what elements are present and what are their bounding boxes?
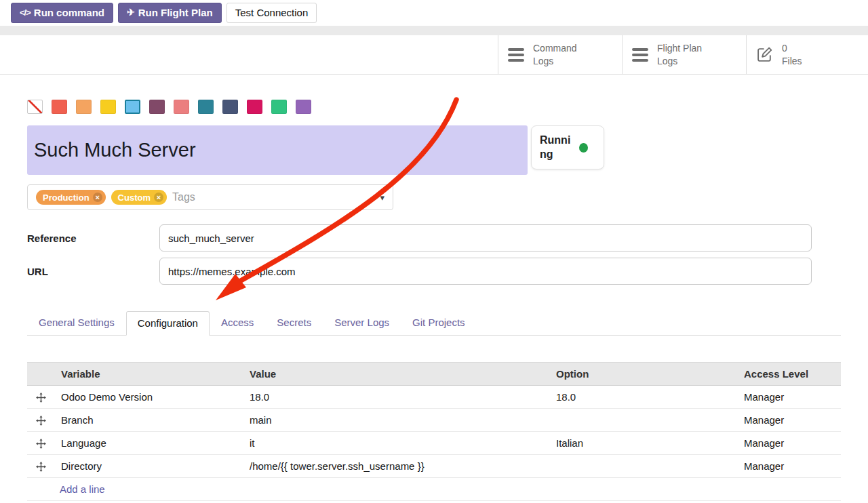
color-swatch-red[interactable] [52,100,67,114]
url-label: URL [27,266,159,277]
tab-git-projects[interactable]: Git Projects [401,310,477,335]
move-icon [36,439,46,449]
color-swatch-fuchsia[interactable] [247,100,262,114]
color-swatch-salmon[interactable] [174,100,189,114]
flight-plan-logs-label: Flight Plan Logs [657,42,702,68]
tag-label: Production [43,193,90,203]
tags-placeholder: Tags [172,191,195,203]
color-swatch-medium-blue[interactable] [198,100,214,114]
flight-plan-logs-button[interactable]: Flight Plan Logs [622,35,746,74]
column-header-variable: Variable [54,363,243,386]
table-row[interactable]: Language it Italian Manager [27,432,841,455]
label-line: Logs [533,55,577,68]
notebook-tabs: General Settings Configuration Access Se… [27,310,841,336]
cell-option[interactable]: 18.0 [549,386,737,409]
column-header-access-level: Access Level [737,363,841,386]
tab-access[interactable]: Access [210,310,265,335]
label-line: Flight Plan [657,42,702,55]
cell-value[interactable]: main [243,409,549,432]
color-swatch-dark-blue[interactable] [222,100,238,114]
cell-option[interactable] [549,409,737,432]
files-button[interactable]: 0 Files [746,35,868,74]
tab-server-logs[interactable]: Server Logs [323,310,401,335]
handle-column-header [27,363,54,386]
reference-label: Reference [27,233,159,244]
color-swatch-purple[interactable] [296,100,311,114]
status-label: Running [540,134,574,162]
tag-pill-custom[interactable]: Custom × [111,190,167,205]
plane-icon: ✈ [127,7,135,18]
column-header-value: Value [243,363,549,386]
code-icon: </> [20,8,31,18]
color-swatch-yellow[interactable] [100,100,116,114]
cell-option[interactable] [549,455,737,478]
drag-handle[interactable] [27,386,54,409]
drag-handle[interactable] [27,455,54,478]
tab-configuration[interactable]: Configuration [126,311,210,336]
tag-pill-production[interactable]: Production × [36,190,106,205]
cell-access-level[interactable]: Manager [737,386,841,409]
divider-strip [0,26,868,35]
move-icon [36,393,46,403]
color-swatch-none[interactable] [27,100,43,114]
list-icon [632,48,648,62]
tab-general-settings[interactable]: General Settings [27,310,126,335]
color-picker [27,100,841,114]
cell-variable[interactable]: Directory [54,455,243,478]
command-logs-button[interactable]: Command Logs [498,35,622,74]
cell-value[interactable]: 18.0 [243,386,549,409]
server-name-input[interactable]: Such Much Server [27,125,528,175]
url-row: URL https://memes.example.com [27,258,841,285]
dropdown-caret-icon[interactable]: ▾ [380,193,384,203]
cell-value[interactable]: it [243,432,549,455]
run-command-label: Run command [34,7,104,19]
tab-secrets[interactable]: Secrets [265,310,323,335]
cell-access-level[interactable]: Manager [737,409,841,432]
reference-row: Reference such_much_server [27,224,841,252]
tag-remove-icon[interactable]: × [93,193,102,202]
column-header-option: Option [549,363,737,386]
color-swatch-dark-purple[interactable] [149,100,165,114]
tag-remove-icon[interactable]: × [154,193,163,202]
tags-input[interactable]: Production × Custom × Tags ▾ [27,184,393,210]
run-command-button[interactable]: </> Run command [11,3,113,24]
add-a-line-link[interactable]: Add a line [60,483,105,495]
color-swatch-light-blue[interactable] [125,100,140,114]
add-line-row: Add a line [27,478,841,501]
cell-access-level[interactable]: Manager [737,455,841,478]
list-icon [508,48,524,62]
top-toolbar: </> Run command ✈ Run Flight Plan Test C… [0,0,868,26]
test-connection-label: Test Connection [235,7,309,19]
label-line: Files [782,55,802,68]
cell-option[interactable]: Italian [549,432,737,455]
cell-access-level[interactable]: Manager [737,432,841,455]
move-icon [36,416,46,426]
table-header-row: Variable Value Option Access Level [27,363,841,386]
table-row[interactable]: Branch main Manager [27,409,841,432]
cell-value[interactable]: /home/{{ tower.server.ssh_username }} [243,455,549,478]
table-row[interactable]: Odoo Demo Version 18.0 18.0 Manager [27,386,841,409]
color-swatch-green[interactable] [271,100,287,114]
status-button[interactable]: Running [531,125,604,169]
url-input[interactable]: https://memes.example.com [159,258,812,285]
test-connection-button[interactable]: Test Connection [226,3,317,24]
variables-table: Variable Value Option Access Level Odoo … [27,362,841,501]
cell-variable[interactable]: Language [54,432,243,455]
cell-variable[interactable]: Branch [54,409,243,432]
color-swatch-orange[interactable] [76,100,92,114]
reference-input[interactable]: such_much_server [159,224,812,252]
edit-icon [756,46,773,63]
table-row[interactable]: Directory /home/{{ tower.server.ssh_user… [27,455,841,478]
drag-handle[interactable] [27,409,54,432]
form-status-bar: Command Logs Flight Plan Logs 0 Files [0,35,868,75]
form-sheet: Such Much Server Running Production × Cu… [0,100,868,501]
cell-variable[interactable]: Odoo Demo Version [54,386,243,409]
label-line: Logs [657,55,702,68]
tag-label: Custom [118,193,151,203]
run-flight-plan-button[interactable]: ✈ Run Flight Plan [118,3,222,24]
title-row: Such Much Server Running [27,125,841,175]
command-logs-label: Command Logs [533,42,577,68]
files-count: 0 [782,42,802,55]
label-line: Command [533,42,577,55]
drag-handle[interactable] [27,432,54,455]
